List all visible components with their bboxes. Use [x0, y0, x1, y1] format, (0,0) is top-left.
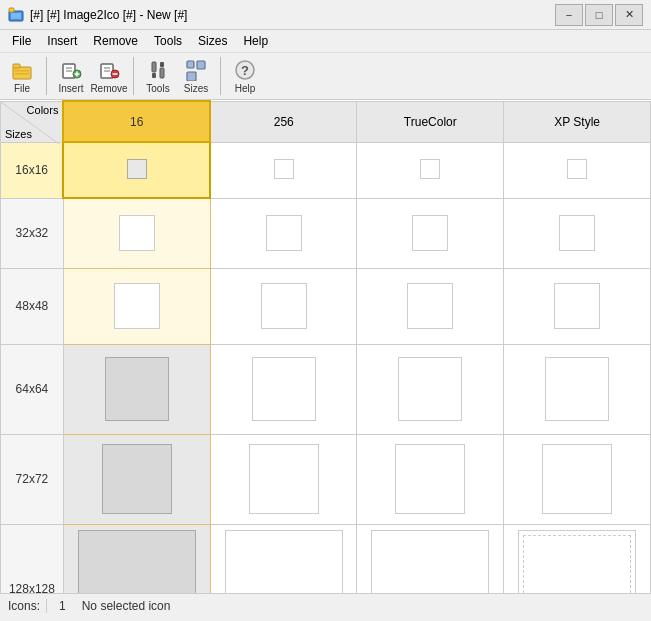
cell-64x64-true[interactable]: [357, 344, 504, 434]
cell-128x128-xp[interactable]: [504, 524, 651, 593]
toolbar-file-group: File: [4, 57, 47, 95]
size-label-64x64: 64x64: [1, 344, 64, 434]
cell-16x16-true[interactable]: [357, 142, 504, 198]
cell-16x16-xp[interactable]: [504, 142, 651, 198]
cell-72x72-256[interactable]: [210, 434, 357, 524]
table-row: 16x16: [1, 142, 651, 198]
cell-128x128-true[interactable]: ▣: [357, 524, 504, 593]
cell-32x32-xp[interactable]: [504, 198, 651, 268]
svg-text:?: ?: [241, 63, 249, 78]
menu-file[interactable]: File: [4, 30, 39, 52]
menu-remove[interactable]: Remove: [85, 30, 146, 52]
icon-box-32x32-xp: [559, 215, 595, 251]
cell-128x128-16[interactable]: [63, 524, 210, 593]
size-label-72x72: 72x72: [1, 434, 64, 524]
icon-grid: Colors Sizes 16 256 TrueColor XP Style: [0, 100, 651, 593]
colxp-label: XP Style: [554, 115, 600, 129]
file-icon: [11, 59, 33, 81]
size-label-48x48: 48x48: [1, 268, 64, 344]
corner-cell: Colors Sizes: [1, 101, 64, 142]
toolbar-remove-label: Remove: [90, 83, 127, 94]
minimize-button[interactable]: −: [555, 4, 583, 26]
cell-48x48-16[interactable]: [63, 268, 210, 344]
cell-64x64-256[interactable]: [210, 344, 357, 434]
cell-64x64-16[interactable]: [63, 344, 210, 434]
icon-box-128x128-true: ▣: [371, 530, 489, 593]
toolbar-tools-button[interactable]: Tools: [140, 57, 176, 95]
svg-rect-20: [160, 68, 164, 78]
icon-box-16x16-256: [274, 159, 294, 179]
svg-rect-6: [15, 73, 29, 75]
icon-box-72x72-true: [395, 444, 465, 514]
window-controls: − □ ✕: [555, 4, 643, 26]
toolbar-tools-label: Tools: [146, 83, 169, 94]
menu-help[interactable]: Help: [235, 30, 276, 52]
icon-box-48x48-xp: [554, 283, 600, 329]
grid-body: 16x16 32x32: [1, 142, 651, 593]
corner-sizes-label: Sizes: [5, 128, 58, 140]
icon-box-72x72-16: [102, 444, 172, 514]
icon-box-128x128-xp: [518, 530, 636, 593]
cell-72x72-16[interactable]: [63, 434, 210, 524]
svg-rect-24: [187, 72, 196, 81]
svg-rect-23: [197, 61, 205, 69]
help-icon: ?: [234, 59, 256, 81]
cell-48x48-xp[interactable]: [504, 268, 651, 344]
close-button[interactable]: ✕: [615, 4, 643, 26]
cell-72x72-true[interactable]: [357, 434, 504, 524]
title-bar: [#] [#] Image2Ico [#] - New [#] − □ ✕: [0, 0, 651, 30]
toolbar-edit-group: Insert Remove: [53, 57, 134, 95]
icon-box-32x32-true: [412, 215, 448, 251]
cell-48x48-256[interactable]: [210, 268, 357, 344]
table-row: 72x72: [1, 434, 651, 524]
svg-rect-5: [15, 70, 29, 72]
status-icons-label: Icons:: [8, 599, 47, 613]
cell-72x72-xp[interactable]: [504, 434, 651, 524]
icon-box-48x48-256: [261, 283, 307, 329]
menu-sizes[interactable]: Sizes: [190, 30, 235, 52]
table-row: 32x32: [1, 198, 651, 268]
cell-64x64-xp[interactable]: [504, 344, 651, 434]
toolbar-help-group: ? Help: [227, 57, 269, 95]
icon-box-16x16-true: [420, 159, 440, 179]
sizes-icon: [185, 59, 207, 81]
toolbar: File Insert: [0, 53, 651, 100]
toolbar-remove-button[interactable]: Remove: [91, 57, 127, 95]
coltrue-label: TrueColor: [404, 115, 457, 129]
cell-48x48-true[interactable]: [357, 268, 504, 344]
toolbar-help-label: Help: [235, 83, 256, 94]
menu-insert[interactable]: Insert: [39, 30, 85, 52]
toolbar-file-button[interactable]: File: [4, 57, 40, 95]
size-label-32x32: 32x32: [1, 198, 64, 268]
remove-icon: [98, 59, 120, 81]
toolbar-help-button[interactable]: ? Help: [227, 57, 263, 95]
cell-32x32-16[interactable]: [63, 198, 210, 268]
title-text: [#] [#] Image2Ico [#] - New [#]: [30, 8, 555, 22]
title-icon: [8, 7, 24, 23]
icon-box-64x64-xp: [545, 357, 609, 421]
toolbar-tools-group: Tools Sizes: [140, 57, 221, 95]
maximize-button[interactable]: □: [585, 4, 613, 26]
header-col-true: TrueColor: [357, 101, 504, 142]
menu-tools[interactable]: Tools: [146, 30, 190, 52]
grid-container[interactable]: Colors Sizes 16 256 TrueColor XP Style: [0, 100, 651, 593]
icon-box-128x128-16: [78, 530, 196, 593]
cell-32x32-256[interactable]: [210, 198, 357, 268]
icon-box-48x48-true: [407, 283, 453, 329]
cell-16x16-256[interactable]: [210, 142, 357, 198]
icon-box-16x16-16: [127, 159, 147, 179]
toolbar-insert-button[interactable]: Insert: [53, 57, 89, 95]
toolbar-sizes-button[interactable]: Sizes: [178, 57, 214, 95]
icon-box-64x64-256: [252, 357, 316, 421]
svg-rect-22: [187, 61, 194, 68]
cell-128x128-256[interactable]: [210, 524, 357, 593]
status-selected-label: No selected icon: [82, 599, 171, 613]
svg-rect-18: [152, 62, 156, 72]
svg-rect-4: [13, 64, 20, 68]
table-row: 48x48: [1, 268, 651, 344]
svg-rect-1: [11, 13, 21, 19]
cell-32x32-true[interactable]: [357, 198, 504, 268]
cell-16x16-16[interactable]: [63, 142, 210, 198]
svg-rect-2: [9, 8, 14, 12]
size-label-16x16: 16x16: [1, 142, 64, 198]
